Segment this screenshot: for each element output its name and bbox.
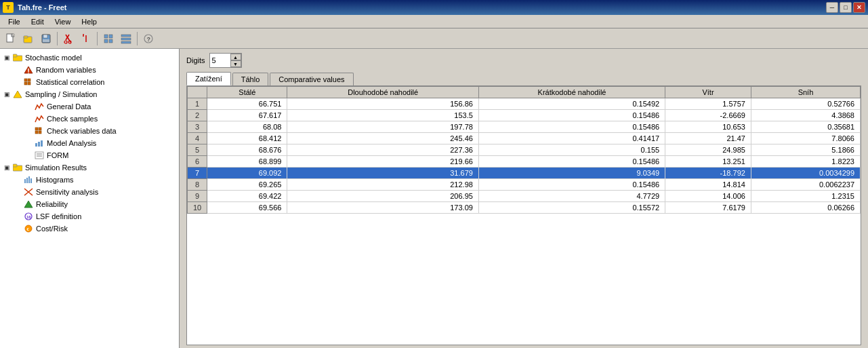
- row-cell[interactable]: 227.36: [287, 144, 478, 156]
- tree-item-stochastic-model[interactable]: ▣ Stochastic model: [0, 52, 179, 64]
- row-cell[interactable]: 156.86: [287, 98, 478, 110]
- tree-item-histograms[interactable]: Histograms: [0, 174, 179, 186]
- tree-item-reliability[interactable]: Reliability: [0, 198, 179, 210]
- tab-tahlo[interactable]: Táhlo: [232, 73, 269, 85]
- row-cell[interactable]: 14.814: [665, 179, 751, 191]
- tree-item-model-analysis[interactable]: Model Analysis: [0, 137, 179, 149]
- row-cell[interactable]: 0.15486: [478, 110, 665, 121]
- menu-help[interactable]: Help: [76, 15, 102, 28]
- row-cell[interactable]: 68.412: [207, 133, 287, 144]
- table-row[interactable]: 869.265212.980.1548614.8140.0062237: [188, 179, 861, 191]
- row-cell[interactable]: 0.15486: [478, 121, 665, 133]
- row-cell[interactable]: 24.985: [665, 144, 751, 156]
- row-cell[interactable]: 0.155: [478, 144, 665, 156]
- table-row[interactable]: 166.751156.860.154921.57570.52766: [188, 98, 861, 110]
- row-cell[interactable]: 1.2315: [751, 191, 860, 202]
- tree-label-cs: Check samples: [47, 115, 98, 123]
- tab-zatizeni[interactable]: Zatížení: [186, 72, 231, 85]
- tree-item-check-variables-data[interactable]: Check variables data: [0, 125, 179, 137]
- tree-item-form[interactable]: FORM: [0, 149, 179, 161]
- row-cell[interactable]: 173.09: [287, 202, 478, 214]
- grid-button[interactable]: [100, 31, 117, 47]
- row-cell[interactable]: 0.52766: [751, 98, 860, 110]
- row-cell[interactable]: 10.653: [665, 121, 751, 133]
- minimize-button[interactable]: ─: [826, 2, 838, 13]
- row-cell[interactable]: 206.95: [287, 191, 478, 202]
- maximize-button[interactable]: □: [840, 2, 852, 13]
- row-cell[interactable]: 69.566: [207, 202, 287, 214]
- row-cell[interactable]: 68.899: [207, 156, 287, 168]
- tree-item-lsf[interactable]: 16 LSF definition: [0, 210, 179, 223]
- tree-item-sampling[interactable]: ▣ Sampling / Simulation: [0, 88, 179, 100]
- copy-button[interactable]: [78, 31, 94, 47]
- row-cell[interactable]: 5.1866: [751, 144, 860, 156]
- expand-icon-cvd: [24, 127, 33, 135]
- row-cell[interactable]: 0.35681: [751, 121, 860, 133]
- tree-item-simulation-results[interactable]: ▣ Simulation Results: [0, 161, 179, 174]
- row-cell[interactable]: 1.5757: [665, 98, 751, 110]
- row-cell[interactable]: 7.8066: [751, 133, 860, 144]
- row-cell[interactable]: 0.15486: [478, 156, 665, 168]
- main-layout: ▣ Stochastic model Random variables: [0, 49, 868, 348]
- table-row[interactable]: 769.09231.6799.0349-18.7920.0034299: [188, 168, 861, 179]
- row-cell[interactable]: 14.006: [665, 191, 751, 202]
- cut-button[interactable]: [60, 31, 77, 47]
- grid2-button[interactable]: [118, 31, 134, 47]
- table-row[interactable]: 1069.566173.090.155727.61790.06266: [188, 202, 861, 214]
- open-button[interactable]: [20, 31, 37, 47]
- row-cell[interactable]: 69.422: [207, 191, 287, 202]
- row-cell[interactable]: 67.617: [207, 110, 287, 121]
- row-cell[interactable]: 13.251: [665, 156, 751, 168]
- table-row[interactable]: 368.08197.780.1548610.6530.35681: [188, 121, 861, 133]
- row-cell[interactable]: -18.792: [665, 168, 751, 179]
- row-cell[interactable]: 4.7729: [478, 191, 665, 202]
- row-cell[interactable]: 219.66: [287, 156, 478, 168]
- row-cell[interactable]: 69.265: [207, 179, 287, 191]
- tree-item-cost-risk[interactable]: € Cost/Risk: [0, 223, 179, 235]
- row-cell[interactable]: 68.676: [207, 144, 287, 156]
- table-row[interactable]: 468.412245.460.4141721.477.8066: [188, 133, 861, 144]
- row-cell[interactable]: 0.41417: [478, 133, 665, 144]
- row-cell[interactable]: 0.15486: [478, 179, 665, 191]
- tab-comparative-values[interactable]: Comparative values: [270, 73, 353, 85]
- row-cell[interactable]: 31.679: [287, 168, 478, 179]
- row-cell[interactable]: 4.3868: [751, 110, 860, 121]
- digits-down-button[interactable]: ▼: [230, 60, 241, 67]
- menu-file[interactable]: File: [3, 15, 26, 28]
- tree-item-check-samples[interactable]: Check samples: [0, 113, 179, 125]
- tree-item-general-data[interactable]: General Data: [0, 100, 179, 113]
- row-cell[interactable]: 69.092: [207, 168, 287, 179]
- row-cell[interactable]: 21.47: [665, 133, 751, 144]
- row-cell[interactable]: 66.751: [207, 98, 287, 110]
- row-cell[interactable]: 212.98: [287, 179, 478, 191]
- digits-input[interactable]: [210, 55, 230, 66]
- save-button[interactable]: [38, 31, 54, 47]
- row-cell[interactable]: 197.78: [287, 121, 478, 133]
- help-button[interactable]: ?: [140, 31, 157, 47]
- tree-item-sensitivity[interactable]: Sensitivity analysis: [0, 186, 179, 198]
- menu-edit[interactable]: Edit: [26, 15, 49, 28]
- table-container: Stálé Dlouhodobé nahodilé Krátkodobé nah…: [186, 85, 861, 345]
- row-cell[interactable]: 1.8223: [751, 156, 860, 168]
- new-button[interactable]: [3, 31, 19, 47]
- menu-view[interactable]: View: [49, 15, 77, 28]
- row-cell[interactable]: 0.15492: [478, 98, 665, 110]
- row-cell[interactable]: 7.6179: [665, 202, 751, 214]
- digits-up-button[interactable]: ▲: [230, 54, 241, 60]
- close-button[interactable]: ✕: [853, 2, 865, 13]
- row-cell[interactable]: 245.46: [287, 133, 478, 144]
- row-cell[interactable]: 0.15572: [478, 202, 665, 214]
- row-cell[interactable]: -2.6669: [665, 110, 751, 121]
- row-cell[interactable]: 0.0034299: [751, 168, 860, 179]
- tree-item-statistical-correlation[interactable]: Statistical correlation: [0, 76, 179, 88]
- tree-item-random-variables[interactable]: Random variables: [0, 64, 179, 76]
- row-cell[interactable]: 9.0349: [478, 168, 665, 179]
- row-cell[interactable]: 68.08: [207, 121, 287, 133]
- row-cell[interactable]: 0.0062237: [751, 179, 860, 191]
- row-cell[interactable]: 153.5: [287, 110, 478, 121]
- table-row[interactable]: 267.617153.50.15486-2.66694.3868: [188, 110, 861, 121]
- table-row[interactable]: 568.676227.360.15524.9855.1866: [188, 144, 861, 156]
- table-row[interactable]: 969.422206.954.772914.0061.2315: [188, 191, 861, 202]
- table-row[interactable]: 668.899219.660.1548613.2511.8223: [188, 156, 861, 168]
- row-cell[interactable]: 0.06266: [751, 202, 860, 214]
